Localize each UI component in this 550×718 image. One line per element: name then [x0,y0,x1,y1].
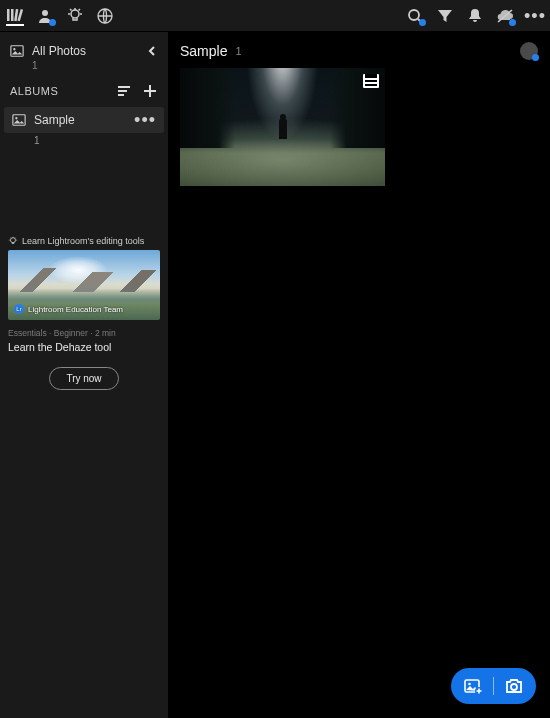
albums-header-row: ALBUMS [0,71,168,107]
svg-point-10 [13,48,15,50]
promo-header: Learn Lightroom's editing tools [8,236,160,246]
add-photos-icon[interactable] [463,676,483,696]
svg-rect-16 [13,115,25,126]
svg-point-7 [409,10,419,20]
web-icon[interactable] [96,7,114,25]
all-photos-label: All Photos [32,44,86,58]
topbar-left-group [6,7,114,25]
svg-point-17 [15,117,17,119]
promo-author-name: Lightroom Education Team [28,305,123,314]
library-tab-icon[interactable] [6,8,24,26]
album-item-sample[interactable]: Sample ••• [4,107,164,133]
main-count: 1 [235,45,241,57]
svg-point-20 [468,683,471,686]
camera-icon[interactable] [504,676,524,696]
svg-point-5 [71,10,79,18]
svg-rect-11 [118,86,130,88]
svg-rect-2 [14,8,18,20]
albums-header-label: ALBUMS [10,85,58,97]
photo-icon [10,44,24,58]
sidebar: All Photos 1 ALBUMS Sample ••• 1 [0,32,168,718]
search-icon[interactable] [406,7,424,25]
svg-rect-1 [11,9,14,21]
main-header: Sample 1 [180,42,538,60]
learn-promo-card: Learn Lightroom's editing tools Lr Light… [8,236,160,390]
svg-rect-15 [144,90,156,92]
topbar-right-group: ••• [406,7,544,25]
promo-author-avatar: Lr [14,304,24,314]
promo-title: Learn the Dehaze tool [8,341,160,353]
album-count: 1 [0,135,168,146]
svg-point-22 [511,684,517,690]
svg-point-18 [11,238,16,243]
svg-rect-9 [11,46,23,57]
main-layout: All Photos 1 ALBUMS Sample ••• 1 [0,32,550,718]
lightbulb-icon [8,236,18,246]
learn-icon[interactable] [66,7,84,25]
floating-action-button [451,668,536,704]
notifications-icon[interactable] [466,7,484,25]
album-icon [12,113,26,127]
more-icon[interactable]: ••• [526,7,544,25]
svg-rect-3 [17,8,23,20]
sort-icon[interactable] [116,83,132,99]
album-name: Sample [34,113,75,127]
people-badge-dot [49,19,56,26]
filter-icon[interactable] [436,7,454,25]
video-badge-icon [363,74,379,88]
svg-rect-12 [118,90,127,92]
search-badge-dot [419,19,426,26]
svg-rect-0 [7,9,10,21]
main-panel: Sample 1 [168,32,550,718]
main-title: Sample [180,43,227,59]
add-album-icon[interactable] [142,83,158,99]
promo-header-text: Learn Lightroom's editing tools [22,236,144,246]
people-icon[interactable] [36,7,54,25]
cloud-sync-off-icon[interactable] [496,7,514,25]
cloud-badge-dot [509,19,516,26]
grid-thumbnail[interactable] [180,68,385,186]
svg-rect-13 [118,94,124,96]
top-toolbar: ••• [0,0,550,32]
promo-meta: Essentials · Beginner · 2 min [8,328,160,338]
try-now-button[interactable]: Try now [49,367,118,390]
promo-author: Lr Lightroom Education Team [14,304,123,314]
fab-separator [493,677,494,695]
svg-point-4 [42,10,48,16]
account-avatar[interactable] [520,42,538,60]
promo-thumbnail[interactable]: Lr Lightroom Education Team [8,250,160,320]
chevron-left-icon[interactable] [146,45,158,57]
sidebar-all-photos[interactable]: All Photos [0,38,168,64]
